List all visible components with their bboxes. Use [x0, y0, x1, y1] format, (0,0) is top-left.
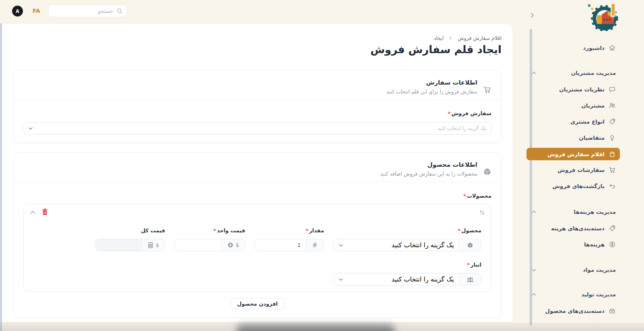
- select-placeholder: یک گزینه را انتخاب کنید: [392, 275, 454, 283]
- number-addon: #: [305, 239, 324, 251]
- product-info-header: اطلاعات محصول محصولات را به این سفارش فر…: [14, 153, 501, 182]
- sidebar-item-sales-orders[interactable]: سفارشات فروش: [523, 166, 644, 174]
- dollar-circle-icon: [609, 241, 616, 248]
- sidebar-item-customer-types[interactable]: انواع مشتری: [523, 117, 644, 126]
- sidebar-section-label: مدیریت تولید: [581, 291, 616, 298]
- total-price-input-group: $: [95, 239, 165, 251]
- currency-addon: $: [142, 239, 165, 251]
- sidebar-item-applicants[interactable]: متقاضیان: [523, 133, 644, 142]
- card-title: اطلاعات محصول: [380, 161, 477, 168]
- reorder-icon[interactable]: [479, 209, 485, 216]
- required-marker: *: [467, 262, 470, 268]
- page-title: ایجاد قلم سفارش فروش: [370, 43, 502, 56]
- warehouse-select-addon: [459, 273, 481, 285]
- sidebar-item-label: انواع مشتری: [570, 118, 605, 125]
- chat-icon: [609, 86, 616, 93]
- unit-price-input[interactable]: [175, 239, 221, 251]
- sidebar-section-material-management[interactable]: مدیریت مواد: [523, 265, 644, 274]
- collapse-row-icon[interactable]: [30, 209, 36, 215]
- chevron-up-icon: [531, 70, 537, 76]
- products-field-label: محصولات*: [463, 193, 491, 199]
- quantity-field: مقدار* #: [255, 228, 324, 251]
- sidebar-item-label: هزینه‌ها: [584, 241, 605, 248]
- required-marker: *: [448, 110, 451, 116]
- chevron-down-icon: [338, 242, 344, 248]
- sidebar-section-label: مدیریت مواد: [583, 267, 616, 273]
- sidebar-item-customer-feedback[interactable]: نظریات مشتریان: [523, 85, 644, 94]
- chevron-up-icon: [531, 292, 537, 297]
- product-row: محصول* یک گزینه را انتخاب کنید: [23, 204, 491, 292]
- product-select[interactable]: یک گزینه را انتخاب کنید: [334, 239, 481, 251]
- select-placeholder: یک گزینه را انتخاب کنید: [392, 241, 454, 249]
- product-info-card: اطلاعات محصول محصولات را به این سفارش فر…: [13, 152, 502, 318]
- sidebar-section-label: مدیریت هزینه‌ها: [574, 209, 616, 215]
- cart-icon: [483, 80, 491, 99]
- sidebar-item-product-categories[interactable]: دسته‌بندی‌های محصول: [523, 306, 644, 315]
- users-icon: [609, 102, 616, 109]
- tag-icon: [609, 225, 616, 232]
- sidebar-collapse-icon[interactable]: [529, 12, 535, 19]
- sidebar-item-label: نظریات مشتریان: [559, 86, 605, 93]
- coin-icon: $: [227, 242, 233, 248]
- sidebar-item-label: مشتریان: [581, 102, 605, 109]
- sales-order-select[interactable]: یک گزینه را انتخاب کنید: [23, 122, 491, 134]
- sidebar-item-sales-returns[interactable]: بازگشت‌های فروش: [523, 182, 644, 190]
- product-field: محصول* یک گزینه را انتخاب کنید: [334, 228, 481, 251]
- add-product-button[interactable]: افزودن محصول: [230, 298, 285, 309]
- order-info-card: اطلاعات سفارش سفارش فروش را برای این قلم…: [13, 70, 502, 143]
- required-marker: *: [305, 228, 308, 234]
- sidebar-item-expense-categories[interactable]: دسته‌بندی‌های هزینه: [523, 224, 644, 233]
- quantity-input-group: #: [255, 239, 324, 251]
- avatar[interactable]: A: [12, 6, 23, 17]
- warehouse-select[interactable]: یک گزینه را انتخاب کنید: [334, 273, 481, 285]
- quantity-input[interactable]: [255, 239, 305, 251]
- breadcrumb-item-create: ایجاد: [434, 35, 444, 41]
- sidebar-item-dashboard[interactable]: داشبورد: [523, 43, 644, 52]
- warehouse-icon: [467, 276, 473, 283]
- card-subtitle: محصولات را به این سفارش فروش اضافه کنید: [380, 171, 477, 177]
- dollar-sign: $: [236, 242, 239, 248]
- sidebar-section-customer-management[interactable]: مدیریت مشتریان: [523, 68, 644, 77]
- sidebar-item-label: متقاضیان: [579, 134, 605, 141]
- required-marker: *: [463, 193, 466, 199]
- sidebar-item-label: سفارشات فروش: [557, 167, 605, 173]
- select-placeholder: یک گزینه را انتخاب کنید: [438, 125, 486, 131]
- sidebar-section-production-management[interactable]: مدیریت تولید: [523, 290, 644, 299]
- card-title: اطلاعات سفارش: [386, 79, 477, 86]
- unit-price-field: قیمت واحد* $ $: [175, 228, 245, 251]
- card-subtitle: سفارش فروش را برای این قلم انتخاب کنید: [386, 89, 477, 95]
- language-toggle[interactable]: FA: [33, 8, 40, 14]
- chevron-up-icon: [531, 209, 537, 215]
- required-marker: *: [213, 228, 216, 234]
- sidebar-item-label: اقلام سفارش فروش: [547, 151, 605, 157]
- search-input[interactable]: جستجو: [48, 4, 127, 17]
- sales-order-field-label: سفارش فروش*: [448, 110, 491, 116]
- shopping-bag-icon: [609, 151, 616, 158]
- total-price-label: قیمت کل: [95, 228, 165, 234]
- cube-icon: [467, 242, 473, 248]
- sidebar-item-label: دسته‌بندی‌های هزینه: [551, 225, 605, 232]
- chevron-down-icon: [338, 277, 344, 282]
- sidebar-item-sales-order-items[interactable]: اقلام سفارش فروش: [526, 148, 620, 160]
- breadcrumb-item-sales-order-items[interactable]: اقلام سفارش فروش: [458, 35, 502, 41]
- sidebar-item-customers[interactable]: مشتریان: [523, 101, 644, 110]
- product-select-addon: [459, 239, 481, 251]
- sidebar-section-label: مدیریت مشتریان: [571, 70, 616, 76]
- chevron-left-icon: [448, 36, 453, 40]
- currency-addon: $ $: [221, 239, 245, 251]
- sidebar-section-expense-management[interactable]: مدیریت هزینه‌ها: [523, 207, 644, 216]
- sidebar: داشبورد مدیریت مشتریان نظریات مشتریان مش…: [523, 0, 644, 331]
- required-marker: *: [458, 228, 461, 234]
- sidebar-item-expenses[interactable]: هزینه‌ها: [523, 240, 644, 249]
- total-price-field: قیمت کل $: [95, 228, 165, 251]
- order-info-header: اطلاعات سفارش سفارش فروش را برای این قلم…: [14, 70, 501, 100]
- quantity-label: مقدار*: [255, 228, 324, 234]
- dollar-sign: $: [156, 242, 159, 248]
- unit-price-label: قیمت واحد*: [175, 228, 245, 234]
- sidebar-item-label: بازگشت‌های فروش: [552, 183, 605, 189]
- bottom-shadow: [237, 325, 394, 331]
- search-placeholder: جستجو: [98, 8, 113, 14]
- total-price-input[interactable]: [95, 239, 142, 251]
- main-content-panel: اقلام سفارش فروش ایجاد ایجاد قلم سفارش ف…: [2, 24, 512, 322]
- trash-icon[interactable]: [41, 208, 48, 216]
